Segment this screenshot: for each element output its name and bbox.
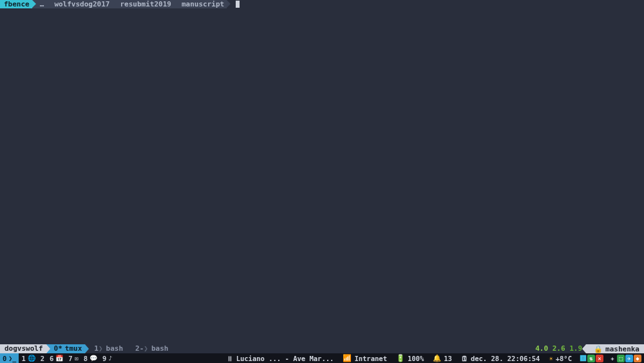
pause-icon: ⏸ — [227, 355, 234, 362]
tray-close-icon[interactable]: ✕ — [596, 355, 603, 362]
system-tray: 🅷 ⇅ ✕ ✚ ⬚ ✈ ◆ — [576, 355, 644, 362]
sun-icon: ☀ — [549, 355, 553, 362]
workspace-1[interactable]: 1 🌐 — [19, 353, 37, 363]
notifications[interactable]: 🔔 13 — [428, 354, 457, 362]
chevron-right-icon: ❯ — [99, 344, 103, 353]
workspace-number: 6 — [50, 355, 53, 362]
battery-text: 100% — [408, 355, 424, 362]
workspace-number: 0 — [3, 355, 6, 362]
tmux-window-index: 0* — [54, 344, 62, 353]
datetime-text: dec. 28. 22:06:54 — [471, 355, 540, 362]
prompt-path-text: … — [40, 0, 44, 8]
shell-prompt: fbence … wolfvsdog2017 resubmit2019 manu… — [0, 0, 644, 8]
workspace-number: 7 — [68, 355, 72, 362]
tray-dropbox-icon[interactable]: ⬚ — [617, 355, 625, 362]
workspace-8[interactable]: 8 💬 — [81, 353, 100, 363]
workspace-2[interactable]: 2 — [38, 353, 47, 363]
tray-network-icon[interactable]: ⇅ — [587, 355, 595, 362]
prompt-path-text: manuscript — [182, 0, 224, 8]
now-playing[interactable]: ⏸ Luciano ... - Ave Mar... — [222, 355, 339, 362]
tmux-window-1[interactable]: 1 ❯ bash — [85, 344, 126, 353]
now-playing-text: Luciano ... - Ave Mar... — [236, 355, 334, 362]
terminal-viewport[interactable] — [0, 8, 644, 344]
tray-telegram-icon[interactable]: ✈ — [625, 355, 633, 362]
tmux-window-index: 2- — [135, 344, 144, 353]
tmux-session[interactable]: dogvswolf — [0, 344, 46, 353]
tray-hp-icon[interactable]: 🅷 — [579, 355, 587, 362]
workspace-9[interactable]: 9 ♪ — [100, 353, 115, 363]
workspace-switcher: 0 ❯_ 1 🌐 2 6 📅 7 ✉ 8 💬 9 ♪ — [0, 353, 115, 363]
prompt-user-text: fbence — [4, 0, 30, 8]
workspace-number: 9 — [102, 355, 106, 362]
chat-icon: 💬 — [90, 355, 97, 362]
prompt-input-area[interactable] — [227, 0, 242, 8]
music-icon: ♪ — [108, 355, 112, 362]
tmux-window-name: tmux — [65, 344, 82, 353]
prompt-path-seg-3: manuscript — [174, 0, 227, 8]
prompt-path-seg-2: resubmit2019 — [112, 0, 173, 8]
datetime[interactable]: 🗓 dec. 28. 22:06:54 — [457, 355, 544, 362]
load-15m: 1.9 — [569, 344, 582, 353]
prompt-path-text: wolfvsdog2017 — [54, 0, 109, 8]
network-status[interactable]: 📶 Intranet — [338, 354, 392, 362]
tmux-host: 🔒 mashenka — [586, 344, 644, 353]
tmux-host-name: mashenka — [605, 345, 639, 353]
calendar-icon: 🗓 — [461, 355, 468, 362]
prompt-path-seg-1: wolfvsdog2017 — [46, 0, 112, 8]
tmux-window-name: bash — [151, 344, 169, 353]
prompt-user: fbence — [0, 0, 32, 8]
workspace-7[interactable]: 7 ✉ — [66, 353, 80, 363]
tmux-session-name: dogvswolf — [5, 344, 43, 353]
workspace-number: 1 — [21, 355, 25, 362]
lock-icon: 🔒 — [594, 345, 603, 353]
chevron-right-icon: ❯ — [144, 344, 148, 353]
tmux-status-bar: dogvswolf 0* tmux 1 ❯ bash 2- ❯ bash 4.0… — [0, 344, 644, 353]
calendar-icon: 📅 — [55, 355, 63, 362]
workspace-6[interactable]: 6 📅 — [47, 353, 66, 363]
prompt-path-text: resubmit2019 — [120, 0, 171, 8]
weather-text: +8°C — [556, 355, 572, 362]
tmux-window-name: bash — [106, 344, 124, 353]
bell-icon: 🔔 — [433, 354, 441, 362]
wifi-icon: 📶 — [343, 354, 352, 362]
workspace-number: 8 — [84, 355, 88, 362]
tmux-loadavg: 4.0 2.6 1.9 — [531, 344, 586, 353]
cursor-icon — [236, 1, 240, 8]
mail-icon: ✉ — [75, 355, 79, 362]
tmux-window-index: 1 — [94, 344, 99, 353]
prompt-path-seg-0: … — [32, 0, 47, 8]
tray-app2-icon[interactable]: ◆ — [634, 355, 641, 362]
network-name: Intranet — [354, 355, 387, 362]
load-5m: 2.6 — [553, 344, 565, 353]
terminal-icon: ❯_ — [8, 355, 16, 362]
system-taskbar: 0 ❯_ 1 🌐 2 6 📅 7 ✉ 8 💬 9 ♪ ⏸ Luciano ... — [0, 353, 644, 363]
tmux-window-current[interactable]: 0* tmux — [46, 344, 86, 353]
battery-icon: 🔋 — [396, 354, 405, 362]
load-1m: 4.0 — [535, 344, 548, 353]
weather[interactable]: ☀ +8°C — [544, 355, 576, 362]
browser-icon: 🌐 — [28, 355, 35, 362]
notifications-count: 13 — [444, 355, 452, 362]
tmux-window-2[interactable]: 2- ❯ bash — [126, 344, 171, 353]
workspace-number: 2 — [41, 355, 44, 362]
workspace-0[interactable]: 0 ❯_ — [0, 353, 19, 363]
battery-status[interactable]: 🔋 100% — [392, 354, 428, 362]
tray-app-icon[interactable]: ✚ — [609, 355, 616, 362]
